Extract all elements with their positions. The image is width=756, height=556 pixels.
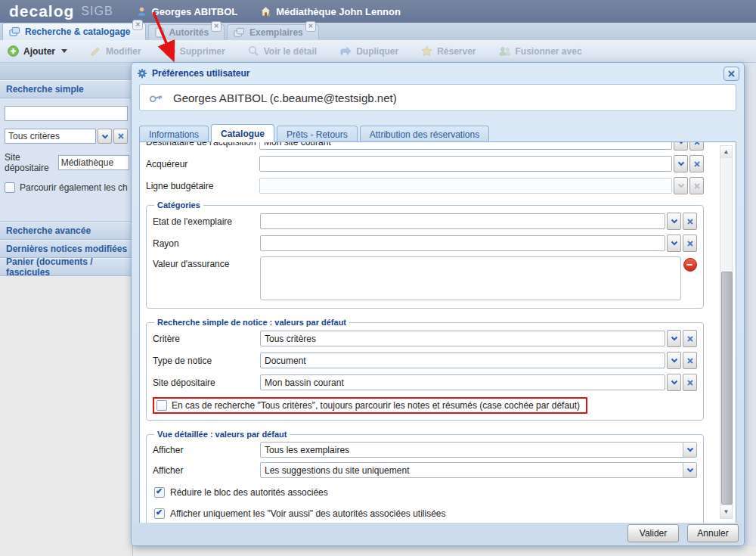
- scroll-up-arrow-icon[interactable]: [720, 146, 732, 158]
- combo-dropdown-button[interactable]: [674, 141, 688, 151]
- combo-clear-button[interactable]: [683, 330, 697, 347]
- combo-clear-button[interactable]: [683, 235, 697, 252]
- categories-legend: Catégories: [154, 200, 203, 210]
- reserve-button-label: Réserver: [437, 46, 476, 57]
- gear-icon: [137, 68, 147, 79]
- sidebar-section-dernieres-notices[interactable]: Dernières notices modifiées: [0, 240, 132, 258]
- browse-fields-checkbox[interactable]: [5, 182, 15, 193]
- add-button[interactable]: Ajouter: [8, 45, 67, 57]
- pencil-icon: [90, 45, 101, 57]
- sidebar-section-recherche-simple[interactable]: Recherche simple: [0, 80, 132, 98]
- valeur-assurance-textarea[interactable]: [260, 256, 681, 300]
- dialog-tab-informations[interactable]: Informations: [139, 126, 209, 142]
- type-notice-combo[interactable]: Document: [260, 353, 665, 368]
- search-input[interactable]: [5, 106, 128, 121]
- ligne-budgetaire-combo: [259, 178, 672, 194]
- tab-label: Recherche & catalogage: [25, 26, 130, 37]
- tab-label: Informations: [149, 129, 199, 140]
- reduire-bloc-checkbox[interactable]: [154, 487, 165, 498]
- tab-recherche-catalogage[interactable]: Recherche & catalogage: [2, 23, 146, 40]
- merge-button-label: Fusionner avec: [516, 46, 582, 57]
- combo-clear-button[interactable]: [683, 374, 697, 391]
- afficher-label: Afficher: [153, 445, 260, 455]
- tab-close-icon[interactable]: [305, 21, 316, 32]
- afficher-exemplaires-select[interactable]: Tous les exemplaires: [260, 442, 697, 458]
- site-depositaire-input[interactable]: Médiathèque: [58, 155, 129, 170]
- destinataire-label: Destinataire de l'acquisition: [146, 141, 259, 148]
- scroll-down-arrow-icon[interactable]: [720, 506, 732, 518]
- delete-button-label: Supprimer: [180, 46, 225, 57]
- section-title: Recherche avancée: [6, 225, 91, 236]
- combo-dropdown-button[interactable]: [667, 213, 681, 230]
- reserve-button: Réserver: [421, 45, 476, 57]
- acquereur-combo[interactable]: [259, 156, 672, 172]
- rayon-label: Rayon: [153, 238, 260, 249]
- validate-button[interactable]: Valider: [627, 524, 679, 542]
- tab-close-icon[interactable]: [132, 20, 143, 30]
- voir-aussi-row: Afficher uniquement les "Voir aussi" des…: [154, 508, 697, 519]
- tab-autorites[interactable]: Autorités: [148, 24, 225, 40]
- sidebar-section-recherche-avancee[interactable]: Recherche avancée: [0, 222, 132, 240]
- current-user[interactable]: Georges ABITBOL: [136, 6, 238, 17]
- dialog-tab-content: Destinataire de l'acquisition Mon site c…: [139, 141, 736, 524]
- voir-aussi-label: Afficher uniquement les "Voir aussi" des…: [170, 508, 446, 519]
- valeur-assurance-label: Valeur d'assurance: [153, 259, 260, 269]
- site-depositaire-combo[interactable]: Mon bassin courant: [260, 374, 665, 390]
- combo-clear-button[interactable]: [683, 213, 697, 230]
- tab-exemplaires[interactable]: Exemplaires: [227, 24, 319, 40]
- minus-circle-icon: [164, 45, 175, 57]
- combo-dropdown-button[interactable]: [667, 352, 681, 369]
- critere-row: Critère Tous critères: [153, 330, 697, 347]
- rayon-row: Rayon: [153, 235, 697, 252]
- dialog-title: Préférences utilisateur: [152, 68, 249, 79]
- combo-dropdown-button[interactable]: [667, 374, 681, 391]
- vertical-scrollbar[interactable]: [720, 145, 733, 519]
- app-header: decalog SIGB Georges ABITBOL Médiathèque…: [0, 0, 756, 23]
- tab-close-icon[interactable]: [211, 21, 222, 32]
- rayon-combo[interactable]: [260, 235, 665, 251]
- duplicate-button: Dupliquer: [339, 46, 398, 57]
- dialog-tabbar: Informations Catalogue Prêts - Retours A…: [139, 124, 489, 141]
- dialog-titlebar[interactable]: Préférences utilisateur: [132, 63, 744, 82]
- voir-aussi-checkbox[interactable]: [154, 508, 165, 519]
- dialog-tab-attribution-reservations[interactable]: Attribution des réservations: [360, 126, 489, 142]
- remove-icon[interactable]: [683, 258, 697, 272]
- main-toolbar: Ajouter Modifier Supprimer Voir le détai…: [0, 40, 756, 63]
- view-detail-button-label: Voir le détail: [264, 46, 317, 57]
- close-icon[interactable]: [723, 67, 739, 81]
- simple-search-form: Tous critères Site dépositaire Médiathèq…: [0, 98, 132, 222]
- duplicate-arrow-icon: [339, 46, 352, 57]
- sidebar-section-panier[interactable]: Panier (documents / fascicules: [0, 258, 132, 276]
- tab-label: Catalogue: [221, 129, 265, 139]
- dialog-tab-catalogue[interactable]: Catalogue: [211, 124, 274, 142]
- select-dropdown-button[interactable]: [683, 443, 696, 457]
- recherche-simple-legend: Recherche simple de notice : valeurs par…: [154, 318, 349, 327]
- combo-dropdown-button: [674, 177, 688, 194]
- current-site[interactable]: Médiathèque John Lennon: [260, 6, 401, 17]
- combo-clear-button[interactable]: [683, 352, 697, 369]
- combo-dropdown-button[interactable]: [667, 235, 681, 252]
- criteria-combo[interactable]: Tous critères: [5, 129, 96, 144]
- combo-clear-button[interactable]: [689, 141, 704, 151]
- tab-label: Autorités: [169, 27, 209, 38]
- dialog-user-line: Georges ABITBOL (c.beaume@testsigb.net): [173, 92, 397, 104]
- scrollbar-thumb[interactable]: [721, 272, 733, 505]
- dialog-tab-prets-retours[interactable]: Prêts - Retours: [277, 126, 358, 142]
- critere-label: Critère: [153, 334, 260, 344]
- select-dropdown-button[interactable]: [683, 463, 696, 477]
- combo-clear-button[interactable]: [689, 155, 704, 172]
- combo-dropdown-button[interactable]: [98, 129, 112, 144]
- cancel-button[interactable]: Annuler: [687, 524, 739, 542]
- critere-combo[interactable]: Tous critères: [260, 331, 665, 346]
- tous-criteres-notes-checkbox[interactable]: [156, 400, 167, 411]
- section-title: Panier (documents / fascicules: [6, 256, 132, 278]
- select-value: Tous les exemplaires: [265, 445, 349, 455]
- combo-clear-button[interactable]: [113, 129, 128, 144]
- etat-exemplaire-combo[interactable]: [260, 213, 665, 229]
- destinataire-combo[interactable]: Mon site courant: [259, 141, 672, 150]
- afficher-suggestions-select[interactable]: Les suggestions du site uniquement: [260, 462, 697, 478]
- current-site-name: Médiathèque John Lennon: [276, 6, 401, 17]
- combo-dropdown-button[interactable]: [674, 155, 688, 172]
- combo-dropdown-button[interactable]: [667, 330, 681, 347]
- view-detail-button: Voir le détail: [248, 45, 317, 57]
